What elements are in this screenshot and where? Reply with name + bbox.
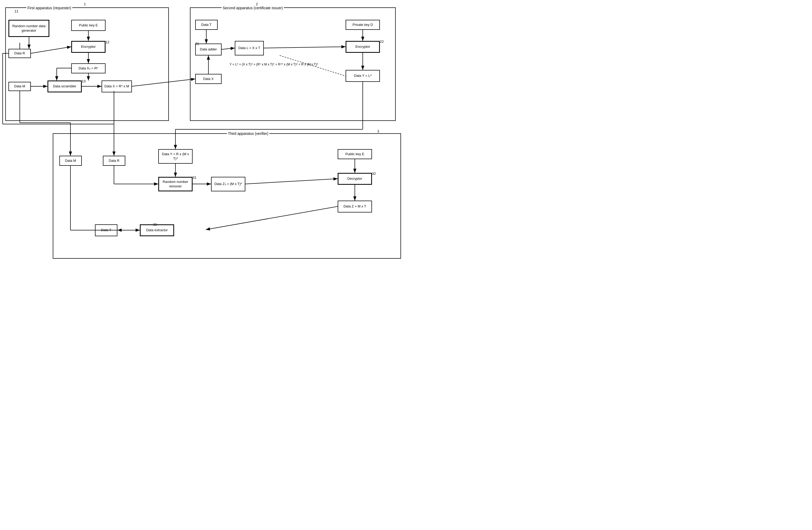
data-scrambler-label: Data scrambler <box>53 84 76 89</box>
private-key-d-label: Private key D <box>352 23 373 27</box>
data-adder-label: Data adder <box>200 47 217 52</box>
data-x-out-label: Data X = Rᵉ x M <box>104 84 129 89</box>
data-r-top-label: Data R <box>14 51 25 56</box>
data-y-right-label: Data Y = Lᵈ <box>354 74 372 78</box>
random-remover-box: Random number remover <box>158 177 192 191</box>
ref-1: 1 <box>84 2 86 6</box>
ref-22: 22 <box>380 40 383 44</box>
data-z1-box: Data Z₁ = (M x T)ᵈ <box>211 177 245 191</box>
ref-33: 33 <box>153 223 157 227</box>
data-l-box: Data L = X x T <box>235 41 264 55</box>
data-z1-label: Data Z₁ = (M x T)ᵈ <box>215 182 242 186</box>
data-x1-label: Data X₁ = Rᵉ <box>78 66 98 71</box>
data-t-box: Data T <box>195 20 218 30</box>
data-z-box: Data Z = M x T <box>338 201 372 213</box>
data-r-top-box: Data R <box>9 49 31 58</box>
data-t-out-box: Data T <box>95 224 117 236</box>
ref-3: 3 <box>377 129 379 133</box>
data-y-bot-box: Data Y = R x (M x T)ᵈ <box>158 149 192 164</box>
ref-13: 13 <box>82 79 86 83</box>
equation-text: Y = Lᵈ = (X x T)ᵈ = (Rᵉ x M x T)ᵈ = Rᵉᵈ … <box>230 62 318 67</box>
data-extractor-label: Data extractor <box>146 228 168 232</box>
public-key-e-top-box: Public key E <box>71 20 105 31</box>
data-m-top-label: Data M <box>14 84 25 89</box>
data-extractor-box: Data extractor <box>140 224 174 236</box>
data-m-bot-box: Data M <box>59 156 82 166</box>
public-key-e-bot-box: Public key E <box>338 149 372 159</box>
data-t-label: Data T <box>201 23 212 27</box>
data-x1-box: Data X₁ = Rᵉ <box>71 63 105 73</box>
first-apparatus-label: First apparatus (requester) <box>26 6 72 10</box>
encryptor-top-box: Encryptor <box>71 41 105 53</box>
ref-32: 32 <box>372 172 376 175</box>
random-gen-box: Random number data generator <box>9 20 49 37</box>
data-t-out-label: Data T <box>101 228 111 232</box>
data-adder-box: Data adder <box>195 44 222 55</box>
decryptor-label: Decryptor <box>347 176 362 181</box>
data-m-bot-label: Data M <box>65 159 76 163</box>
data-x-in-box: Data X <box>195 74 222 84</box>
data-r-bot-box: Data R <box>103 156 125 166</box>
decryptor-box: Decryptor <box>338 173 372 185</box>
encryptor-right-label: Encryptor <box>356 45 370 49</box>
ref-2: 2 <box>256 2 258 6</box>
private-key-d-box: Private key D <box>346 20 380 30</box>
data-x-in-label: Data X <box>203 77 214 81</box>
encryptor-top-label: Encryptor <box>81 45 96 49</box>
data-r-bot-label: Data R <box>109 159 119 163</box>
second-apparatus-label: Second apparatus (certificate issuer) <box>222 6 284 10</box>
ref-31: 31 <box>192 175 196 180</box>
third-apparatus-label: Third apparatus (verifier) <box>227 131 269 136</box>
data-y-bot-label: Data Y = R x (M x T)ᵈ <box>160 152 191 161</box>
random-gen-label: Random number data generator <box>10 24 47 33</box>
data-y-right-box: Data Y = Lᵈ <box>346 70 380 82</box>
data-m-top-box: Data M <box>9 82 31 91</box>
random-remover-label: Random number remover <box>160 180 191 189</box>
encryptor-right-box: Encryptor <box>346 41 380 53</box>
data-z-label: Data Z = M x T <box>344 204 366 209</box>
public-key-e-bot-label: Public key E <box>345 152 364 157</box>
ref-11: 11 <box>15 9 18 13</box>
ref-12: 12 <box>105 40 109 44</box>
data-scrambler-box: Data scrambler <box>47 81 82 92</box>
data-l-label: Data L = X x T <box>238 46 260 51</box>
public-key-e-top-label: Public key E <box>79 23 98 28</box>
data-x-out-box: Data X = Rᵉ x M <box>102 81 132 92</box>
diagram-container: 1 2 3 First apparatus (requester) 11 Sec… <box>0 0 406 265</box>
ref-21: 21 <box>195 42 199 46</box>
